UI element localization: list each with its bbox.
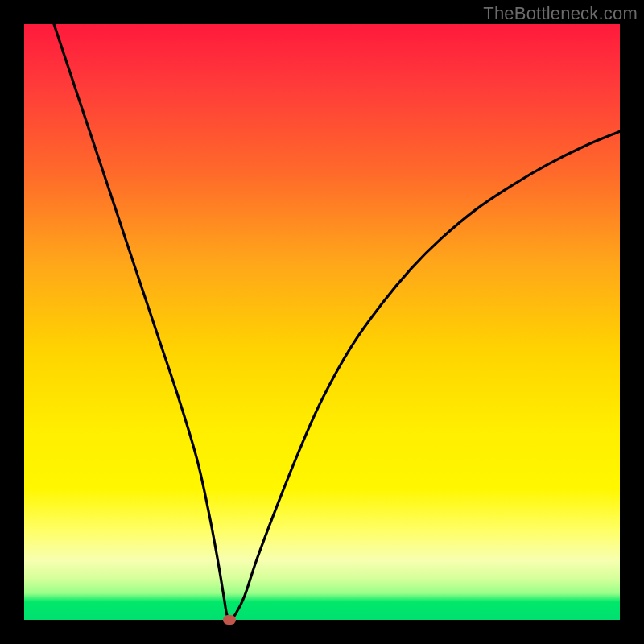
bottleneck-curve [54, 24, 620, 620]
watermark-text: TheBottleneck.com [483, 3, 638, 24]
chart-frame: TheBottleneck.com [0, 0, 644, 644]
minimum-marker [223, 615, 236, 625]
plot-area [24, 24, 620, 620]
curve-svg [24, 24, 620, 620]
